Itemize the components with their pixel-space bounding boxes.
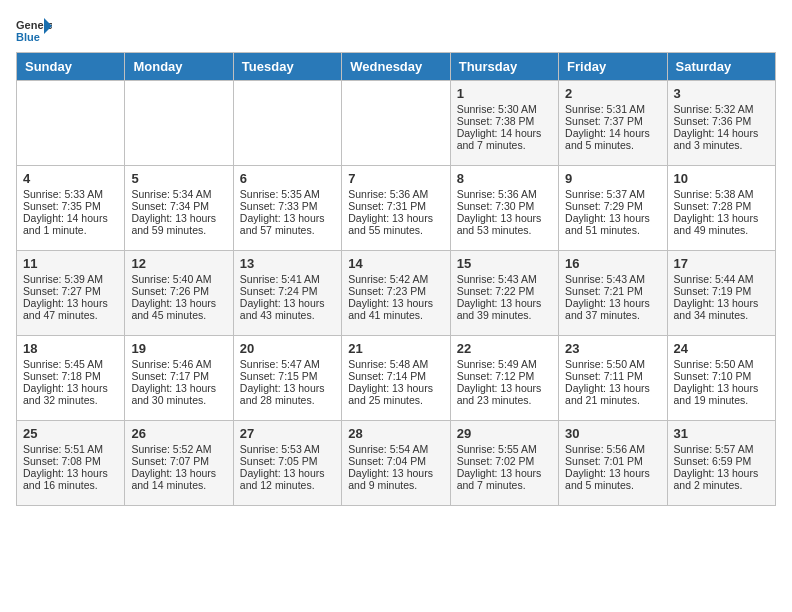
day-info: Sunset: 7:21 PM: [565, 285, 660, 297]
day-info: Sunrise: 5:44 AM: [674, 273, 769, 285]
day-number: 13: [240, 256, 335, 271]
day-info: and 51 minutes.: [565, 224, 660, 236]
day-info: and 25 minutes.: [348, 394, 443, 406]
day-info: Sunset: 7:35 PM: [23, 200, 118, 212]
day-number: 4: [23, 171, 118, 186]
day-info: and 7 minutes.: [457, 139, 552, 151]
day-info: Sunrise: 5:43 AM: [457, 273, 552, 285]
day-info: Sunset: 7:05 PM: [240, 455, 335, 467]
day-info: Daylight: 13 hours: [348, 297, 443, 309]
day-info: Daylight: 13 hours: [565, 382, 660, 394]
day-info: Sunrise: 5:34 AM: [131, 188, 226, 200]
day-info: Sunset: 7:17 PM: [131, 370, 226, 382]
day-info: and 16 minutes.: [23, 479, 118, 491]
day-info: Daylight: 13 hours: [240, 212, 335, 224]
calendar-cell: [17, 81, 125, 166]
calendar-week-1: 1Sunrise: 5:30 AMSunset: 7:38 PMDaylight…: [17, 81, 776, 166]
day-info: Sunset: 7:12 PM: [457, 370, 552, 382]
day-info: Daylight: 14 hours: [457, 127, 552, 139]
calendar-cell: 7Sunrise: 5:36 AMSunset: 7:31 PMDaylight…: [342, 166, 450, 251]
day-info: and 37 minutes.: [565, 309, 660, 321]
day-info: Sunset: 7:22 PM: [457, 285, 552, 297]
day-number: 31: [674, 426, 769, 441]
calendar-cell: 27Sunrise: 5:53 AMSunset: 7:05 PMDayligh…: [233, 421, 341, 506]
day-info: Sunset: 7:36 PM: [674, 115, 769, 127]
day-info: Sunset: 7:02 PM: [457, 455, 552, 467]
day-info: Daylight: 13 hours: [565, 212, 660, 224]
day-info: Daylight: 13 hours: [674, 297, 769, 309]
day-number: 25: [23, 426, 118, 441]
day-info: Daylight: 14 hours: [23, 212, 118, 224]
day-info: Sunrise: 5:56 AM: [565, 443, 660, 455]
day-info: Sunset: 7:11 PM: [565, 370, 660, 382]
day-number: 1: [457, 86, 552, 101]
day-number: 27: [240, 426, 335, 441]
day-number: 30: [565, 426, 660, 441]
day-info: Sunrise: 5:45 AM: [23, 358, 118, 370]
calendar-cell: 19Sunrise: 5:46 AMSunset: 7:17 PMDayligh…: [125, 336, 233, 421]
day-info: Daylight: 13 hours: [457, 297, 552, 309]
day-info: and 28 minutes.: [240, 394, 335, 406]
day-info: Sunset: 7:08 PM: [23, 455, 118, 467]
day-info: and 23 minutes.: [457, 394, 552, 406]
day-number: 9: [565, 171, 660, 186]
day-info: Sunset: 7:37 PM: [565, 115, 660, 127]
day-info: Sunrise: 5:49 AM: [457, 358, 552, 370]
calendar-cell: [342, 81, 450, 166]
day-info: Sunrise: 5:42 AM: [348, 273, 443, 285]
day-info: and 45 minutes.: [131, 309, 226, 321]
day-info: Daylight: 13 hours: [348, 212, 443, 224]
day-number: 12: [131, 256, 226, 271]
day-info: Sunrise: 5:48 AM: [348, 358, 443, 370]
day-number: 23: [565, 341, 660, 356]
day-info: and 53 minutes.: [457, 224, 552, 236]
day-info: and 5 minutes.: [565, 479, 660, 491]
calendar-cell: [125, 81, 233, 166]
calendar-cell: 26Sunrise: 5:52 AMSunset: 7:07 PMDayligh…: [125, 421, 233, 506]
day-info: Sunset: 7:26 PM: [131, 285, 226, 297]
day-number: 26: [131, 426, 226, 441]
day-header-tuesday: Tuesday: [233, 53, 341, 81]
logo: General Blue: [16, 16, 52, 44]
day-info: and 59 minutes.: [131, 224, 226, 236]
day-info: Daylight: 13 hours: [457, 382, 552, 394]
day-info: Daylight: 13 hours: [565, 467, 660, 479]
day-info: Sunrise: 5:30 AM: [457, 103, 552, 115]
day-info: Sunrise: 5:46 AM: [131, 358, 226, 370]
day-number: 19: [131, 341, 226, 356]
calendar-cell: 17Sunrise: 5:44 AMSunset: 7:19 PMDayligh…: [667, 251, 775, 336]
day-info: Sunset: 7:24 PM: [240, 285, 335, 297]
day-info: and 32 minutes.: [23, 394, 118, 406]
day-info: Sunrise: 5:54 AM: [348, 443, 443, 455]
day-info: Sunset: 7:18 PM: [23, 370, 118, 382]
day-number: 15: [457, 256, 552, 271]
day-info: and 47 minutes.: [23, 309, 118, 321]
day-info: Sunrise: 5:47 AM: [240, 358, 335, 370]
day-info: Sunset: 7:29 PM: [565, 200, 660, 212]
day-info: Sunrise: 5:57 AM: [674, 443, 769, 455]
day-info: Sunrise: 5:32 AM: [674, 103, 769, 115]
day-info: and 1 minute.: [23, 224, 118, 236]
day-info: Sunset: 7:10 PM: [674, 370, 769, 382]
calendar-cell: 22Sunrise: 5:49 AMSunset: 7:12 PMDayligh…: [450, 336, 558, 421]
day-info: and 41 minutes.: [348, 309, 443, 321]
day-number: 11: [23, 256, 118, 271]
calendar-cell: 30Sunrise: 5:56 AMSunset: 7:01 PMDayligh…: [559, 421, 667, 506]
calendar-cell: 20Sunrise: 5:47 AMSunset: 7:15 PMDayligh…: [233, 336, 341, 421]
calendar-cell: 3Sunrise: 5:32 AMSunset: 7:36 PMDaylight…: [667, 81, 775, 166]
calendar-week-2: 4Sunrise: 5:33 AMSunset: 7:35 PMDaylight…: [17, 166, 776, 251]
day-info: Sunset: 7:04 PM: [348, 455, 443, 467]
day-info: Sunset: 7:23 PM: [348, 285, 443, 297]
day-info: Sunset: 7:19 PM: [674, 285, 769, 297]
day-info: Daylight: 13 hours: [131, 297, 226, 309]
day-info: and 21 minutes.: [565, 394, 660, 406]
day-info: Daylight: 13 hours: [23, 467, 118, 479]
day-info: Daylight: 13 hours: [674, 467, 769, 479]
day-number: 8: [457, 171, 552, 186]
day-number: 3: [674, 86, 769, 101]
day-info: and 39 minutes.: [457, 309, 552, 321]
day-info: Daylight: 14 hours: [565, 127, 660, 139]
day-info: and 30 minutes.: [131, 394, 226, 406]
day-info: Sunrise: 5:39 AM: [23, 273, 118, 285]
day-info: Daylight: 13 hours: [131, 212, 226, 224]
